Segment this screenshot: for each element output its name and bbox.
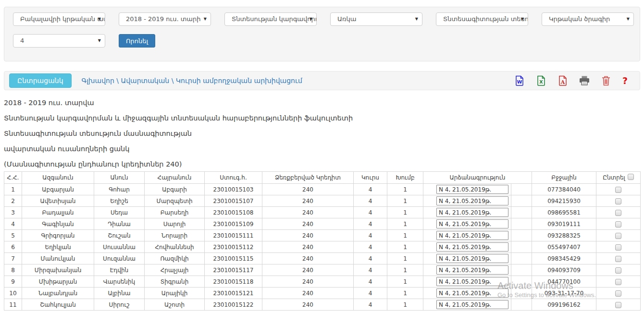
cell-group: 1	[387, 218, 423, 230]
academic-year-select[interactable]: 2018 - 2019 ուս. տարի ▼	[119, 12, 211, 26]
pdf-export-icon[interactable]: A	[557, 75, 568, 86]
export-icon-strip: W X A	[514, 75, 628, 86]
course-select[interactable]: 4 ▼	[13, 34, 105, 48]
select-checkbox[interactable]	[615, 244, 621, 251]
cell-course: 4	[354, 207, 387, 218]
cell-num: 4	[4, 218, 22, 230]
report-headings: 2018 - 2019 ուս. տարվա Տնտեսության կարգա…	[4, 95, 353, 172]
select-all-checkbox[interactable]	[628, 174, 634, 180]
cell-group: 1	[387, 264, 423, 276]
breadcrumb[interactable]: Գլխավոր \ Ավարտական \ Կուրսի ամբողջական …	[82, 77, 302, 84]
cell-record-book: 23010015108	[205, 207, 262, 218]
heading-list-title: ավարտական ուսանողների ցանկ	[4, 141, 353, 156]
protocol-input[interactable]	[436, 265, 508, 275]
cell-fathername: Ռազմիկի	[145, 253, 205, 264]
select-checkbox[interactable]	[615, 187, 621, 193]
cell-num: 6	[4, 241, 22, 253]
cell-lastname: Միրզախանյան	[22, 264, 94, 276]
cell-course: 4	[354, 276, 387, 288]
cell-firstname: Սեդա	[94, 207, 145, 218]
cell-protocol	[423, 195, 511, 207]
cell-fathername: Աբգարի	[145, 184, 205, 195]
cell-spacer	[511, 276, 532, 288]
cell-firstname: Սուզաննա	[94, 253, 145, 264]
cell-select	[596, 218, 641, 230]
search-button[interactable]: Որոնել	[119, 34, 155, 48]
cell-firstname: Էդվին	[94, 264, 145, 276]
education-form-select[interactable]: Առկա ▼	[330, 12, 422, 26]
protocol-input[interactable]	[436, 196, 508, 205]
cell-num: 11	[4, 299, 22, 311]
protocol-input[interactable]	[436, 219, 508, 228]
cell-credits: 240	[262, 299, 354, 311]
protocol-input[interactable]	[436, 242, 508, 252]
select-checkbox[interactable]	[615, 256, 621, 262]
select-checkbox[interactable]	[615, 290, 621, 297]
student-table: Հ.Հ. Ազգանուն Անուն Հայրանուն Ստուգ.հ. Ձ…	[4, 171, 640, 311]
protocol-input[interactable]	[436, 185, 508, 194]
select-checkbox[interactable]	[615, 279, 621, 285]
cell-group: 1	[387, 184, 423, 195]
cell-fathername: Աշոտի	[145, 299, 205, 311]
delete-icon[interactable]	[601, 75, 611, 86]
cell-record-book: 23010015115	[205, 253, 262, 264]
cell-group: 1	[387, 207, 423, 218]
svg-text:W: W	[517, 79, 522, 84]
select-checkbox[interactable]	[615, 221, 621, 228]
cell-firstname: Սուսաննա	[94, 241, 145, 253]
print-icon[interactable]	[579, 75, 590, 86]
cell-firstname: Գոհար	[94, 184, 145, 195]
cell-mobile: 094093709	[532, 264, 596, 276]
cell-record-book: 23010015117	[205, 264, 262, 276]
protocol-input[interactable]	[436, 254, 508, 263]
excel-export-icon[interactable]: X	[536, 75, 546, 86]
cell-spacer	[511, 195, 532, 207]
select-checkbox[interactable]	[615, 267, 621, 274]
cell-course: 4	[354, 195, 387, 207]
faculty-select[interactable]: Տնտեսության կարգավորո ▼	[224, 12, 317, 26]
protocol-input[interactable]	[436, 300, 508, 309]
cell-spacer	[511, 253, 532, 264]
degree-select[interactable]: Բակալավրի կրթական աս ▼	[13, 12, 105, 26]
header-mobile: Բջջային	[532, 172, 596, 184]
faculty-select-value: Տնտեսության կարգավորո	[232, 15, 317, 23]
chevron-down-icon: ▼	[415, 13, 418, 25]
chevron-down-icon: ▼	[98, 35, 101, 47]
protocol-input[interactable]	[436, 277, 508, 286]
menu-button[interactable]: Ընտրացանկ	[9, 73, 72, 88]
table-row: 3ԲադալյանՍեդաԲարսեղի23010015108240410986…	[4, 207, 641, 218]
cell-firstname: Սիրուշ	[94, 299, 145, 311]
protocol-input[interactable]	[436, 231, 508, 240]
cell-protocol	[423, 241, 511, 253]
cell-record-book: 23010015122	[205, 299, 262, 311]
svg-text:A: A	[560, 79, 565, 85]
protocol-input[interactable]	[436, 208, 508, 217]
select-checkbox[interactable]	[615, 302, 621, 308]
curriculum-select[interactable]: Կրթական ծրագիր ▼	[542, 12, 634, 26]
toolbar: Ընտրացանկ Գլխավոր \ Ավարտական \ Կուրսի ա…	[4, 71, 640, 90]
select-checkbox[interactable]	[615, 198, 621, 204]
header-fathername: Հայրանուն	[145, 172, 205, 184]
specialty-select[interactable]: Տնտեսագիտության տեսո ▼	[436, 12, 528, 26]
cell-mobile: 093-31-17-70	[532, 288, 596, 299]
table-row: 11ՇահկուլյանՍիրուշԱշոտի23010015122240410…	[4, 299, 641, 311]
cell-firstname: Եղիշե	[94, 195, 145, 207]
select-checkbox[interactable]	[615, 210, 621, 216]
table-row: 10ՆալբանդյանԱլբինաԱրայիկի230100151212404…	[4, 288, 641, 299]
cell-credits: 240	[262, 184, 354, 195]
word-export-icon[interactable]: W	[514, 75, 525, 86]
cell-select	[596, 207, 641, 218]
protocol-input[interactable]	[436, 288, 508, 298]
help-icon[interactable]: ?	[622, 75, 628, 86]
cell-lastname: Շահկուլյան	[22, 299, 94, 311]
select-checkbox[interactable]	[615, 233, 621, 239]
cell-num: 9	[4, 276, 22, 288]
table-row: 7ՄանուկյանՍուզաննաՌազմիկի230100151152404…	[4, 253, 641, 264]
education-form-select-value: Առկա	[337, 15, 356, 23]
cell-firstname: Ալբինա	[94, 288, 145, 299]
filter-panel: Բակալավրի կրթական աս ▼ 2018 - 2019 ուս. …	[4, 7, 640, 61]
cell-select	[596, 195, 641, 207]
cell-protocol	[423, 288, 511, 299]
cell-credits: 240	[262, 195, 354, 207]
cell-spacer	[511, 230, 532, 241]
